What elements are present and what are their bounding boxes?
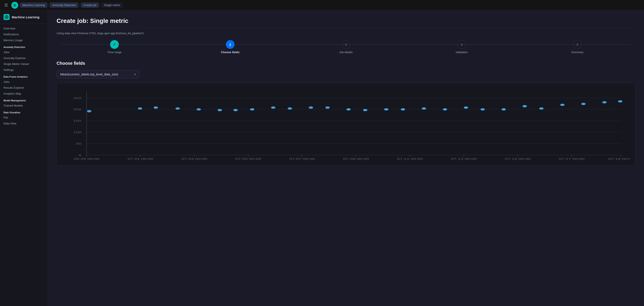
sidebar-item-dfa-jobs[interactable]: Jobs	[0, 79, 48, 85]
svg-text:100: 100	[73, 131, 81, 134]
svg-text:07-01 00:00: 07-01 00:00	[128, 157, 153, 160]
topbar: ☰ D Machine Learning › Anomaly Detection…	[0, 0, 644, 11]
step-5-circle: 5	[573, 40, 582, 49]
step-1-circle: ✓	[110, 40, 119, 49]
svg-point-48	[233, 109, 238, 111]
breadcrumb: Machine Learning › Anomaly Detection › C…	[20, 3, 123, 8]
svg-text:0: 0	[78, 154, 81, 157]
data-view-info: Using data view Firehose OTEL (logs-apm.…	[56, 32, 635, 35]
svg-point-56	[384, 108, 388, 110]
svg-point-55	[363, 109, 368, 111]
svg-point-44	[154, 106, 158, 108]
svg-point-43	[138, 107, 142, 109]
svg-point-68	[618, 100, 622, 102]
sidebar-item-notifications[interactable]: Notifications	[0, 31, 48, 37]
step-1-label: Time range	[107, 51, 122, 54]
svg-text:150: 150	[73, 119, 81, 122]
step-4: 4 Validation	[404, 40, 520, 54]
svg-point-50	[271, 106, 276, 108]
breadcrumb-anomaly-detection[interactable]: Anomaly Detection	[50, 3, 78, 8]
sidebar-item-trained-models[interactable]: Trained Models	[0, 103, 48, 108]
svg-point-47	[218, 109, 222, 111]
svg-point-49	[250, 108, 254, 110]
step-3-circle: 3	[342, 40, 350, 49]
sidebar-section-model-management: Model Management	[0, 97, 48, 103]
chart-container: 0 50 100 150 200 250 06-29 00:00 07-01 0…	[56, 83, 635, 166]
sidebar-item-anomaly-explorer[interactable]: Anomaly Explorer	[0, 55, 48, 61]
breadcrumb-single-metric: Single metric	[102, 3, 122, 8]
svg-text:07-07 00:00: 07-07 00:00	[289, 157, 315, 160]
step-2-circle: 2	[226, 40, 234, 49]
sidebar-section-anomaly-detection: Anomaly Detection	[0, 43, 48, 49]
breadcrumb-machine-learning[interactable]: Machine Learning	[20, 3, 47, 8]
svg-point-1	[6, 16, 7, 18]
step-2: 2 Choose fields	[172, 40, 288, 54]
svg-point-57	[401, 108, 405, 110]
step-3: 3 Job details	[288, 40, 404, 54]
sidebar-item-single-metric-viewer[interactable]: Single Metric Viewer	[0, 61, 48, 67]
step-4-label: Validation	[456, 51, 468, 54]
svg-point-58	[422, 107, 426, 109]
svg-point-62	[502, 108, 506, 110]
step-3-label: Job details	[339, 51, 353, 54]
ml-logo-icon	[4, 14, 10, 20]
step-2-label: Choose fields	[221, 51, 239, 54]
hamburger-icon[interactable]: ☰	[2, 2, 10, 9]
chevron-down-icon: ▾	[134, 73, 136, 76]
svg-point-51	[288, 107, 292, 109]
page-title: Create job: Single metric	[56, 18, 635, 24]
sidebar-item-file[interactable]: File	[0, 115, 48, 120]
sidebar-item-memory-usage[interactable]: Memory Usage	[0, 37, 48, 43]
breadcrumb-create-job[interactable]: Create job	[81, 3, 99, 8]
svg-text:200: 200	[73, 108, 81, 111]
svg-point-42	[87, 110, 92, 112]
breadcrumb-sep-1: ›	[48, 4, 49, 7]
sidebar-item-data-view[interactable]: Data View	[0, 120, 48, 126]
svg-text:07-03 00:00: 07-03 00:00	[182, 157, 207, 160]
stepper: ✓ Time range 2 Choose fields 3 Job detai…	[56, 40, 635, 54]
field-dropdown[interactable]: Mean(numeric_labels.top_level_data_size)…	[56, 70, 139, 78]
svg-point-65	[560, 104, 564, 106]
sidebar-item-settings[interactable]: Settings	[0, 67, 48, 73]
svg-point-45	[176, 107, 180, 109]
sidebar-title: Machine Learning	[12, 15, 40, 19]
step-1: ✓ Time range	[56, 40, 172, 54]
svg-text:07-19 00:00: 07-19 00:00	[608, 157, 630, 160]
svg-point-54	[346, 108, 351, 110]
svg-text:07-09 00:00: 07-09 00:00	[343, 157, 369, 160]
svg-point-63	[522, 105, 527, 107]
main-layout: Machine Learning Overview Notifications …	[0, 11, 644, 306]
avatar: D	[11, 2, 18, 9]
section-title: Choose fields	[56, 61, 635, 66]
sidebar-item-results-explorer[interactable]: Results Explorer	[0, 85, 48, 91]
svg-text:07-15 00:00: 07-15 00:00	[505, 157, 530, 160]
svg-text:06-29 00:00: 06-29 00:00	[74, 157, 100, 160]
sidebar-section-dfa: Data Frame Analytics	[0, 73, 48, 79]
dropdown-value: Mean(numeric_labels.top_level_data_size)	[60, 73, 118, 76]
step-5: 5 Summary	[520, 40, 635, 54]
svg-text:50: 50	[76, 142, 81, 145]
chart-svg: 0 50 100 150 200 250 06-29 00:00 07-01 0…	[60, 87, 630, 162]
svg-point-59	[443, 108, 447, 110]
sidebar: Machine Learning Overview Notifications …	[0, 11, 48, 306]
page-divider	[56, 28, 635, 28]
sidebar-section-data-visualizer: Data Visualizer	[0, 108, 48, 115]
svg-point-60	[464, 106, 468, 108]
breadcrumb-sep-2: ›	[79, 4, 80, 7]
svg-point-67	[602, 101, 606, 103]
breadcrumb-sep-3: ›	[100, 4, 100, 7]
svg-text:07-13 00:00: 07-13 00:00	[451, 157, 477, 160]
step-4-circle: 4	[457, 40, 466, 49]
content: Create job: Single metric Using data vie…	[48, 11, 644, 306]
svg-point-52	[309, 106, 313, 108]
svg-point-64	[539, 107, 544, 109]
sidebar-header: Machine Learning	[0, 14, 48, 24]
sidebar-item-ad-jobs[interactable]: Jobs	[0, 49, 48, 55]
step-5-label: Summary	[571, 51, 584, 54]
svg-point-66	[581, 103, 586, 105]
sidebar-item-overview[interactable]: Overview	[0, 26, 48, 31]
dropdown-wrapper: Mean(numeric_labels.top_level_data_size)…	[56, 70, 635, 78]
svg-text:07-17 00:00: 07-17 00:00	[559, 157, 584, 160]
sidebar-item-analytics-map[interactable]: Analytics Map	[0, 91, 48, 97]
svg-point-53	[325, 106, 330, 108]
